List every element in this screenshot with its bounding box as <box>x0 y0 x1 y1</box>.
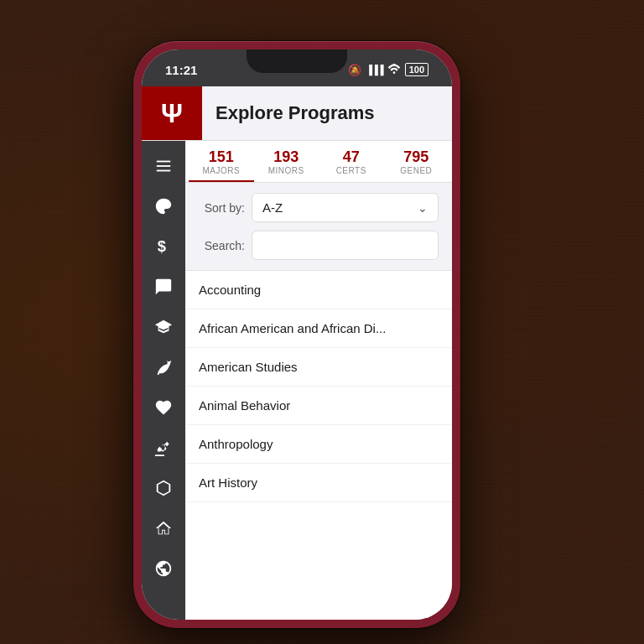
header-logo: Ψ <box>142 86 202 140</box>
list-item[interactable]: Anthropology <box>185 425 452 464</box>
sidebar-item-communications[interactable] <box>145 268 182 305</box>
svg-text:$: $ <box>158 237 166 255</box>
notch <box>247 49 347 73</box>
sidebar-item-health[interactable] <box>145 389 182 426</box>
search-label: Search: <box>199 239 245 252</box>
svg-rect-1 <box>157 161 171 163</box>
svg-point-4 <box>158 205 161 207</box>
gened-count: 795 <box>403 149 428 164</box>
program-name: American Studies <box>199 360 298 374</box>
tab-majors[interactable]: 151 MAJORS <box>189 141 254 182</box>
mute-icon: 🔕 <box>348 64 361 76</box>
program-name: Anthropology <box>199 437 273 451</box>
majors-label: MAJORS <box>202 166 240 175</box>
sidebar-item-menu[interactable] <box>145 148 182 184</box>
certs-count: 47 <box>343 149 360 164</box>
status-icons: 🔕 ▐▐▐ 100 <box>348 63 428 76</box>
tabs-bar: 151 MAJORS 193 MINORS 47 CERTS 795 <box>185 141 452 183</box>
signal-icon: ▐▐▐ <box>366 65 382 75</box>
list-item[interactable]: Animal Behavior <box>185 387 452 425</box>
majors-count: 151 <box>209 149 234 164</box>
program-name: African American and African Di... <box>199 321 386 335</box>
program-name: Animal Behavior <box>199 398 290 413</box>
status-time: 11:21 <box>165 63 197 77</box>
svg-rect-3 <box>157 170 171 172</box>
certs-label: CERTS <box>336 166 366 175</box>
sidebar-item-academics[interactable] <box>145 309 182 345</box>
iu-logo-symbol: Ψ <box>161 98 183 129</box>
sidebar-item-science[interactable] <box>145 470 182 506</box>
app-header: Ψ Explore Programs <box>142 86 452 141</box>
sort-value: A-Z <box>262 200 283 215</box>
minors-label: MINORS <box>268 166 304 175</box>
tab-gened[interactable]: 795 GENED <box>384 141 449 182</box>
list-item[interactable]: Art History <box>185 464 452 502</box>
list-item[interactable]: Accounting <box>185 271 452 309</box>
battery-icon: 100 <box>405 63 428 76</box>
sidebar-item-architecture[interactable] <box>145 510 182 547</box>
svg-point-7 <box>167 205 169 207</box>
program-name: Accounting <box>199 283 261 297</box>
chevron-down-icon: ⌄ <box>418 201 428 215</box>
sort-dropdown[interactable]: A-Z ⌄ <box>252 193 439 222</box>
sort-label: Sort by: <box>199 201 245 215</box>
search-row: Search: <box>199 231 439 260</box>
screen: 11:21 🔕 ▐▐▐ 100 <box>142 49 452 620</box>
tab-certs[interactable]: 47 CERTS <box>319 141 384 182</box>
program-name: Art History <box>199 475 257 490</box>
search-input[interactable] <box>252 231 439 260</box>
filters-section: Sort by: A-Z ⌄ Search: <box>185 183 452 270</box>
tab-minors[interactable]: 193 MINORS <box>254 141 319 182</box>
svg-rect-2 <box>157 165 171 167</box>
programs-list: Accounting African American and African … <box>185 270 452 620</box>
phone-inner: 11:21 🔕 ▐▐▐ 100 <box>142 49 452 620</box>
sidebar-item-environment[interactable] <box>145 349 182 386</box>
list-item[interactable]: American Studies <box>185 348 452 387</box>
svg-point-5 <box>160 202 163 205</box>
sidebar-item-international[interactable] <box>145 550 182 587</box>
svg-point-6 <box>164 202 167 205</box>
main-layout: $ <box>142 141 452 620</box>
sort-row: Sort by: A-Z ⌄ <box>199 193 439 222</box>
content-area: 151 MAJORS 193 MINORS 47 CERTS 795 <box>185 141 452 620</box>
page-title: Explore Programs <box>202 102 388 124</box>
sidebar-item-finance[interactable]: $ <box>145 228 182 265</box>
sidebar-item-arts[interactable] <box>145 188 182 225</box>
svg-point-0 <box>392 71 395 74</box>
status-bar: 11:21 🔕 ▐▐▐ 100 <box>142 49 452 86</box>
wifi-icon <box>387 64 401 76</box>
sidebar-item-law[interactable] <box>145 429 182 466</box>
list-item[interactable]: African American and African Di... <box>185 309 452 348</box>
minors-count: 193 <box>273 149 299 164</box>
gened-label: GENED <box>400 166 432 175</box>
phone-frame: 11:21 🔕 ▐▐▐ 100 <box>133 41 460 628</box>
sidebar: $ <box>142 141 185 620</box>
